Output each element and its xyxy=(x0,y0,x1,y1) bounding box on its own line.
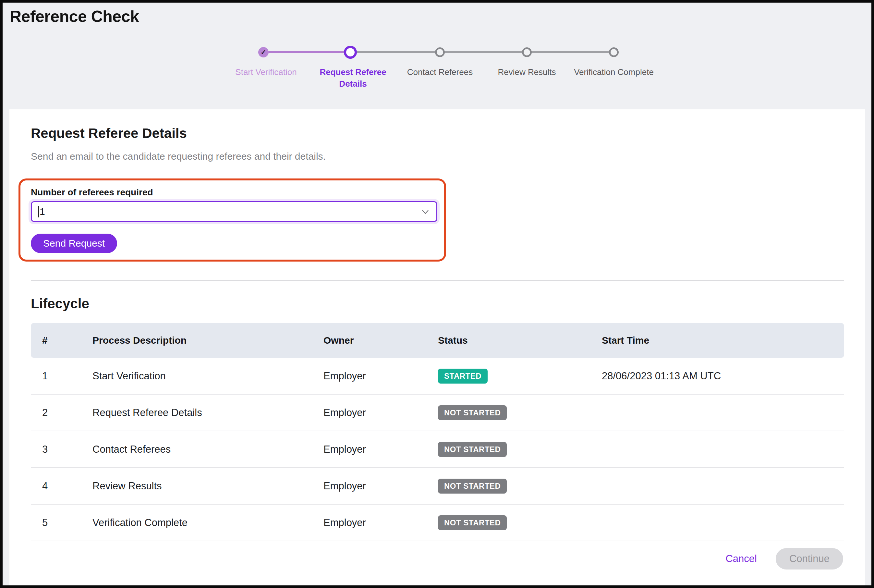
status-badge: STARTED xyxy=(438,369,487,384)
cell-description: Verification Complete xyxy=(93,517,324,529)
referee-count-label: Number of referees required xyxy=(31,187,153,198)
cell-num: 3 xyxy=(42,444,93,455)
step-label-review-results[interactable]: Review Results xyxy=(498,66,556,78)
status-badge: NOT STARTED xyxy=(438,405,507,420)
cell-num: 2 xyxy=(42,407,93,418)
cell-owner: Employer xyxy=(324,480,438,492)
main-card: Request Referee Details Send an email to… xyxy=(9,110,865,585)
step-3-circle-icon[interactable] xyxy=(435,47,445,57)
status-badge: NOT STARTED xyxy=(438,442,507,457)
stepper-connector-upcoming xyxy=(353,51,614,53)
step-5-circle-icon[interactable] xyxy=(609,47,619,57)
cell-description: Start Verification xyxy=(93,370,324,382)
step-label-request-referee-details[interactable]: Request Referee Details xyxy=(314,66,392,90)
section-heading: Request Referee Details xyxy=(31,126,187,141)
footer-actions: Cancel Continue xyxy=(726,548,843,570)
col-header-status: Status xyxy=(438,335,602,346)
section-divider xyxy=(31,280,844,281)
table-header-row: # Process Description Owner Status Start… xyxy=(31,323,844,358)
cell-owner: Employer xyxy=(324,407,438,418)
step-label-contact-referees[interactable]: Contact Referees xyxy=(407,66,473,78)
cell-description: Review Results xyxy=(93,480,324,492)
table-row: 1 Start Verification Employer STARTED 28… xyxy=(31,358,844,394)
progress-stepper: ✓ Start Verification Request Referee Det… xyxy=(3,3,871,110)
step-2-active-circle-icon[interactable] xyxy=(344,46,357,59)
table-body: 1 Start Verification Employer STARTED 28… xyxy=(31,358,844,541)
table-row: 5 Verification Complete Employer NOT STA… xyxy=(31,505,844,541)
step-1-check-icon[interactable]: ✓ xyxy=(258,47,268,57)
step-4-circle-icon[interactable] xyxy=(522,47,532,57)
lifecycle-heading: Lifecycle xyxy=(31,296,89,312)
cell-owner: Employer xyxy=(324,444,438,455)
cell-description: Contact Referees xyxy=(93,444,324,455)
chevron-down-icon xyxy=(421,209,429,214)
step-label-start-verification[interactable]: Start Verification xyxy=(235,66,297,78)
cell-start-time: 28/06/2023 01:13 AM UTC xyxy=(602,370,844,382)
table-row: 3 Contact Referees Employer NOT STARTED xyxy=(31,431,844,468)
col-header-description: Process Description xyxy=(93,335,324,346)
reference-check-page: Reference Check ✓ Start Verification Req… xyxy=(0,0,874,588)
cell-description: Request Referee Details xyxy=(93,407,324,418)
referee-count-select[interactable]: 1 xyxy=(31,201,437,222)
step-label-verification-complete[interactable]: Verification Complete xyxy=(574,66,654,78)
text-cursor xyxy=(38,206,39,218)
status-badge: NOT STARTED xyxy=(438,478,507,494)
col-header-num: # xyxy=(42,335,93,346)
continue-button[interactable]: Continue xyxy=(776,548,843,570)
table-row: 2 Request Referee Details Employer NOT S… xyxy=(31,394,844,431)
cell-owner: Employer xyxy=(324,370,438,382)
cell-num: 5 xyxy=(42,517,93,529)
cell-num: 1 xyxy=(42,370,93,382)
send-request-button[interactable]: Send Request xyxy=(31,234,117,253)
referee-count-value: 1 xyxy=(40,206,45,217)
table-row: 4 Review Results Employer NOT STARTED xyxy=(31,468,844,505)
stepper-connector-completed xyxy=(264,51,353,53)
cell-num: 4 xyxy=(42,480,93,492)
lifecycle-table: # Process Description Owner Status Start… xyxy=(31,323,844,541)
col-header-start-time: Start Time xyxy=(602,335,844,346)
cell-owner: Employer xyxy=(324,517,438,529)
section-description: Send an email to the candidate requestin… xyxy=(31,151,326,162)
col-header-owner: Owner xyxy=(324,335,438,346)
cancel-button[interactable]: Cancel xyxy=(726,553,757,565)
status-badge: NOT STARTED xyxy=(438,515,507,530)
